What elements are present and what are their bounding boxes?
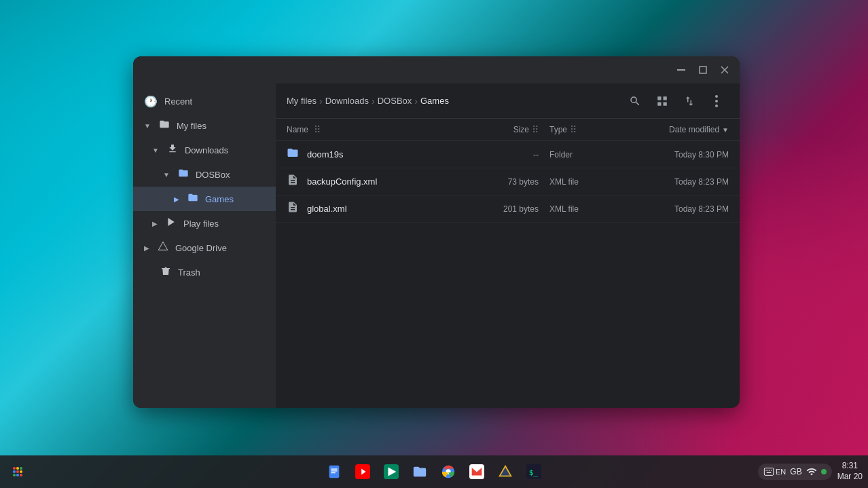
sidebar-item-games[interactable]: ▶ Games [133, 187, 276, 211]
breadcrumb-my-files[interactable]: My files [287, 96, 317, 106]
sidebar-item-trash[interactable]: Trash [133, 260, 276, 284]
sidebar-item-downloads[interactable]: ▼ Downloads [133, 138, 276, 162]
drive-label: Google Drive [175, 243, 247, 253]
breadcrumb-dosbox[interactable]: DOSBox [378, 96, 412, 106]
window-controls [672, 60, 734, 79]
svg-text:$_: $_ [529, 468, 539, 477]
svg-point-12 [13, 470, 16, 473]
sidebar-item-recent[interactable]: 🕐 Recent [133, 89, 276, 113]
file-row-doom19s[interactable]: doom19s -- Folder Today 8:30 PM [276, 141, 740, 168]
more-button[interactable] [704, 89, 729, 113]
col-header-size: Size [513, 125, 529, 134]
svg-rect-37 [771, 470, 772, 470]
doom19s-size: -- [471, 150, 539, 159]
files-icon[interactable] [406, 458, 433, 485]
global-icon [287, 201, 299, 217]
backupconfig-icon [287, 174, 299, 189]
svg-point-11 [20, 467, 22, 470]
svg-point-13 [16, 470, 19, 473]
notification-indicator [821, 469, 827, 474]
maximize-button[interactable] [693, 60, 712, 79]
grid-view-button[interactable] [650, 89, 674, 113]
date-display: Mar 20 [837, 472, 863, 483]
terminal-icon[interactable]: $_ [520, 458, 547, 485]
sidebar-item-play-files[interactable]: ▶ Play files [133, 211, 276, 236]
breadcrumb-sep-2: › [372, 96, 375, 107]
minimize-button[interactable] [672, 60, 691, 79]
search-button[interactable] [623, 89, 647, 113]
trash-label: Trash [178, 267, 265, 278]
svg-rect-36 [770, 470, 770, 470]
doom19s-type: Folder [539, 150, 620, 159]
content-area: 🕐 Recent ▼ My files ▼ D [133, 83, 740, 408]
svg-marker-4 [168, 218, 174, 226]
expand-arrow-downloads: ▼ [152, 147, 159, 154]
drive-taskbar-icon[interactable] [492, 458, 519, 485]
file-manager-window: 🕐 Recent ▼ My files ▼ D [133, 56, 740, 408]
sidebar-item-google-drive[interactable]: ▶ Google Drive ⋮ [133, 236, 276, 260]
svg-rect-28 [469, 464, 484, 479]
breadcrumb-sep-3: › [414, 96, 418, 107]
taskbar-right: EN GB 8:31 Mar 20 [758, 461, 863, 482]
svg-marker-5 [158, 242, 167, 250]
file-row-global[interactable]: global.xml 201 bytes XML file Today 8:23… [276, 195, 740, 223]
breadcrumb-sep-1: › [319, 96, 323, 107]
svg-rect-18 [329, 466, 340, 478]
chrome-icon[interactable] [435, 458, 462, 485]
docs-icon[interactable] [321, 458, 348, 485]
col-header-type: Type [549, 125, 567, 134]
col-drag-size[interactable]: ⠿ [532, 124, 539, 135]
sidebar-item-my-files[interactable]: ▼ My files [133, 113, 276, 138]
svg-point-6 [715, 95, 718, 98]
svg-rect-35 [767, 470, 768, 470]
col-drag-type[interactable]: ⠿ [570, 124, 577, 135]
breadcrumb-games[interactable]: Games [420, 96, 449, 106]
svg-marker-30 [500, 466, 511, 476]
backupconfig-name: backupConfig.xml [307, 176, 471, 187]
dosbox-icon [178, 168, 189, 181]
battery-icon: GB [790, 467, 801, 476]
expand-arrow-drive: ▶ [144, 244, 149, 252]
taskbar: $_ EN GB 8:31 Mar 20 [0, 455, 868, 488]
sidebar: 🕐 Recent ▼ My files ▼ D [133, 83, 276, 408]
downloads-icon [167, 143, 178, 157]
trash-icon [160, 265, 171, 279]
taskbar-left [5, 459, 30, 484]
play-store-icon[interactable] [378, 458, 405, 485]
backupconfig-type: XML file [539, 177, 620, 187]
breadcrumb: My files › Downloads › DOSBox › Games [287, 96, 620, 107]
keyboard-layout: EN [776, 468, 786, 476]
svg-point-10 [16, 467, 19, 470]
close-button[interactable] [715, 60, 734, 79]
gmail-icon[interactable] [463, 458, 490, 485]
global-size: 201 bytes [471, 204, 539, 214]
svg-rect-0 [677, 69, 685, 71]
main-panel: My files › Downloads › DOSBox › Games [276, 83, 740, 408]
svg-point-7 [715, 100, 718, 102]
svg-point-8 [715, 105, 718, 107]
doom19s-date: Today 8:30 PM [620, 150, 729, 159]
my-files-label: My files [177, 121, 265, 131]
breadcrumb-downloads[interactable]: Downloads [325, 96, 369, 106]
sidebar-item-dosbox[interactable]: ▼ DOSBox [133, 162, 276, 187]
sort-button[interactable] [677, 89, 702, 113]
expand-arrow-games: ▶ [174, 195, 179, 203]
global-name: global.xml [307, 204, 471, 214]
backupconfig-date: Today 8:23 PM [620, 177, 729, 187]
clock[interactable]: 8:31 Mar 20 [837, 461, 863, 482]
file-list: doom19s -- Folder Today 8:30 PM backupCo… [276, 141, 740, 408]
youtube-icon[interactable] [349, 458, 376, 485]
launcher-button[interactable] [5, 459, 30, 484]
col-header-date: Date modified [669, 125, 719, 134]
svg-point-16 [16, 474, 19, 476]
svg-rect-34 [765, 470, 766, 470]
file-row-backupconfig[interactable]: backupConfig.xml 73 bytes XML file Today… [276, 168, 740, 195]
expand-arrow-play: ▶ [152, 220, 158, 227]
global-type: XML file [539, 204, 620, 214]
col-drag-name[interactable]: ⠿ [314, 124, 321, 135]
system-tray[interactable]: EN GB [758, 464, 832, 480]
svg-point-9 [13, 467, 16, 470]
svg-rect-19 [331, 468, 337, 469]
svg-point-17 [20, 474, 22, 476]
svg-rect-1 [700, 67, 706, 73]
